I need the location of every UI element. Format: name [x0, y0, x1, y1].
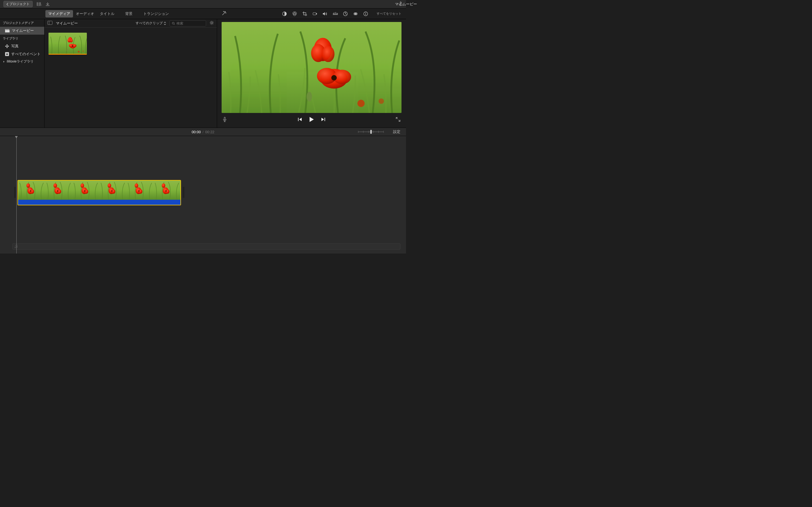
time-total: 00:22 — [205, 130, 214, 134]
sidebar-imovie-library-label: iMovieライブラリ — [7, 59, 34, 64]
tab-my-media[interactable]: マイメディア — [45, 10, 73, 17]
svg-line-50 — [213, 24, 213, 24]
timeline[interactable] — [0, 136, 406, 253]
color-correction-icon[interactable] — [292, 11, 297, 16]
svg-rect-33 — [5, 30, 10, 33]
playhead[interactable] — [16, 136, 17, 253]
svg-point-38 — [8, 46, 9, 47]
sidebar-item-photos[interactable]: 写真 — [0, 42, 44, 50]
next-frame-button[interactable] — [321, 117, 325, 122]
updown-icon — [164, 22, 166, 25]
clip-trim-handle-left[interactable] — [14, 187, 16, 198]
clip-trim-handle-right[interactable] — [183, 187, 185, 198]
timeline-header: 00:00 / 00:22 設定 — [0, 128, 406, 136]
media-project-name: マイムービー — [56, 21, 78, 26]
sidebar-header-library: ライブラリ — [0, 35, 44, 42]
flower-icon — [5, 44, 9, 48]
sidebar: プロジェクトメディア マイムービー ライブラリ 写真 すべてのイベント iMov… — [0, 19, 45, 128]
svg-point-37 — [5, 46, 6, 47]
media-browser: マイムービー すべてのクリップ — [45, 19, 217, 128]
back-label: プロジェクト — [9, 2, 30, 6]
sidebar-header-project-media: プロジェクトメディア — [0, 19, 44, 27]
crop-icon[interactable] — [302, 11, 307, 16]
media-header: マイムービー すべてのクリップ — [45, 19, 217, 27]
star-icon — [5, 52, 9, 56]
search-icon — [172, 22, 175, 25]
sidebar-item-project[interactable]: マイムービー — [0, 27, 44, 35]
background-music-well[interactable] — [12, 243, 400, 249]
info-icon[interactable] — [363, 11, 368, 16]
volume-icon[interactable] — [322, 11, 327, 16]
viewer-canvas[interactable] — [221, 22, 402, 113]
timeline-settings-button[interactable]: 設定 — [393, 129, 400, 134]
viewer — [217, 19, 406, 128]
clip-filmstrip — [18, 180, 181, 200]
sidebar-item-all-events[interactable]: すべてのイベント — [0, 50, 44, 58]
svg-point-36 — [6, 47, 8, 48]
media-library-icon[interactable]: ♪ — [37, 2, 42, 6]
speed-icon[interactable] — [343, 11, 348, 16]
svg-rect-53 — [224, 117, 225, 120]
svg-point-44 — [211, 22, 213, 24]
sidebar-toggle-icon[interactable] — [47, 21, 52, 25]
svg-rect-26 — [313, 13, 316, 15]
clip-filter-icon[interactable] — [353, 11, 358, 16]
svg-text:♪: ♪ — [41, 4, 42, 6]
svg-point-25 — [293, 13, 296, 16]
svg-point-35 — [6, 45, 8, 46]
tab-audio[interactable]: オーディオ — [73, 10, 97, 17]
sidebar-project-label: マイムービー — [12, 28, 34, 33]
svg-rect-32 — [365, 13, 366, 15]
svg-point-29 — [355, 12, 357, 15]
svg-rect-16 — [37, 2, 41, 6]
voiceover-icon[interactable] — [223, 117, 227, 123]
clip-audio-track[interactable] — [18, 200, 181, 205]
timeline-clip[interactable] — [17, 180, 181, 205]
svg-point-42 — [172, 22, 174, 24]
svg-rect-40 — [48, 21, 52, 25]
tab-transitions[interactable]: トランジション — [140, 10, 172, 17]
time-separator: / — [202, 130, 204, 134]
playback-controls — [221, 115, 402, 125]
clips-filter-label: すべてのクリップ — [136, 21, 163, 25]
svg-line-49 — [210, 21, 211, 22]
settings-gear-icon[interactable] — [209, 20, 214, 26]
back-to-projects-button[interactable]: プロジェクト — [3, 1, 33, 7]
prev-frame-button[interactable] — [298, 117, 302, 122]
tab-backgrounds[interactable]: 背景 — [122, 10, 135, 17]
media-clip-thumbnail[interactable] — [49, 33, 87, 55]
disclosure-triangle-icon — [3, 60, 5, 63]
time-display: 00:00 / 00:22 — [192, 130, 214, 134]
fullscreen-icon[interactable] — [396, 117, 400, 122]
project-title: マイムービー — [395, 2, 406, 7]
color-balance-icon[interactable] — [282, 11, 287, 16]
thumb-used-indicator — [49, 54, 87, 55]
svg-line-51 — [210, 24, 211, 24]
search-input[interactable] — [176, 21, 204, 25]
magic-wand-icon[interactable] — [221, 11, 227, 17]
music-note-icon — [14, 244, 18, 248]
titlebar: プロジェクト ♪ マイムービー — [0, 0, 406, 8]
zoom-thumb[interactable] — [370, 130, 372, 134]
tab-titles[interactable]: タイトル — [97, 10, 117, 17]
stabilization-icon[interactable] — [312, 11, 317, 16]
play-button[interactable] — [309, 117, 314, 123]
time-current: 00:00 — [192, 130, 201, 134]
import-icon[interactable] — [46, 2, 50, 6]
tabbar: マイメディア オーディオ タイトル 背景 トランジション すべてをリセット — [0, 8, 406, 19]
search-box[interactable] — [169, 20, 206, 26]
svg-rect-54 — [298, 118, 299, 121]
sidebar-photos-label: 写真 — [11, 44, 18, 49]
noise-reduction-icon[interactable] — [333, 11, 338, 16]
svg-line-52 — [213, 21, 213, 22]
sidebar-item-imovie-library[interactable]: iMovieライブラリ — [0, 58, 44, 65]
sidebar-all-events-label: すべてのイベント — [11, 52, 41, 57]
svg-point-34 — [6, 46, 8, 47]
svg-point-31 — [365, 13, 366, 13]
svg-point-56 — [15, 247, 16, 248]
reset-all-button[interactable]: すべてをリセット — [377, 11, 402, 16]
svg-rect-55 — [324, 118, 325, 121]
zoom-slider[interactable] — [358, 129, 384, 134]
svg-line-43 — [174, 24, 175, 24]
clips-filter-dropdown[interactable]: すべてのクリップ — [136, 21, 166, 25]
